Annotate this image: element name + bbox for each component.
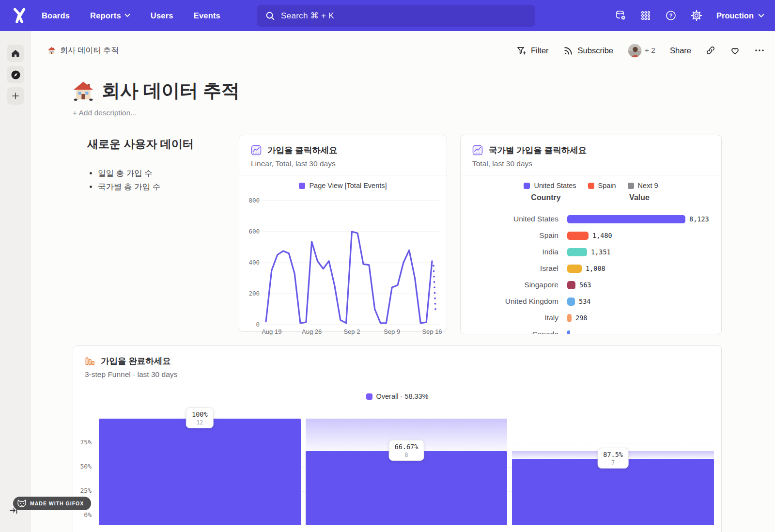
country-label: United Kingdom bbox=[465, 297, 558, 306]
chart-legend[interactable]: United StatesSpainNext 9 bbox=[461, 182, 721, 189]
svg-text:600: 600 bbox=[248, 228, 260, 235]
top-nav-items: Boards Reports Users Events bbox=[42, 11, 220, 20]
line-chart-icon bbox=[472, 145, 483, 156]
rss-icon bbox=[563, 46, 574, 56]
country-bar[interactable] bbox=[567, 232, 589, 240]
breadcrumb[interactable]: 회사 데이터 추적 bbox=[47, 46, 119, 56]
subscribe-button[interactable]: Subscribe bbox=[563, 46, 613, 56]
line-chart-card[interactable]: 가입을 클릭하세요 Linear, Total, last 30 days Pa… bbox=[239, 135, 447, 332]
country-bar-card[interactable]: 국가별 가입을 클릭하세요 Total, last 30 days United… bbox=[460, 135, 722, 334]
sidebar-discover-button[interactable] bbox=[7, 66, 24, 83]
settings-gear-icon[interactable] bbox=[691, 10, 702, 21]
search-placeholder: Search ⌘ + K bbox=[281, 11, 334, 21]
nav-item-events[interactable]: Events bbox=[194, 11, 220, 20]
nav-item-label: Users bbox=[151, 11, 173, 20]
svg-text:400: 400 bbox=[248, 259, 260, 266]
funnel-step[interactable]: 87.5%7 bbox=[512, 419, 714, 525]
toolbar-actions: Filter Subscribe + 2 Share bbox=[516, 44, 764, 58]
filter-icon bbox=[516, 46, 527, 56]
house-emoji-icon bbox=[47, 47, 56, 55]
table-headers: Country Value bbox=[461, 193, 721, 205]
search-input[interactable]: Search ⌘ + K bbox=[257, 5, 535, 27]
filter-label: Filter bbox=[531, 46, 549, 55]
funnel-count: 7 bbox=[603, 459, 623, 466]
country-row[interactable]: Israel1,008 bbox=[465, 260, 716, 277]
country-bar[interactable] bbox=[567, 281, 575, 289]
collaborators[interactable]: + 2 bbox=[628, 44, 655, 58]
country-row[interactable]: United Kingdom534 bbox=[465, 293, 716, 310]
copy-link-button[interactable] bbox=[706, 46, 715, 55]
heart-icon bbox=[730, 46, 740, 56]
page-title[interactable]: 회사 데이터 추적 bbox=[102, 78, 239, 103]
country-row[interactable]: India1,351 bbox=[465, 244, 716, 260]
funnel-bar[interactable] bbox=[99, 419, 301, 525]
funnel-badge: 66.67%8 bbox=[389, 440, 424, 461]
legend-item[interactable]: Next 9 bbox=[628, 182, 658, 189]
card-title: 가입을 클릭하세요 bbox=[267, 144, 338, 156]
country-row[interactable]: Singapore563 bbox=[465, 277, 716, 293]
help-icon[interactable]: ? bbox=[665, 10, 677, 21]
top-nav-right: ? Prouction bbox=[615, 0, 764, 31]
country-label: Canada bbox=[465, 330, 558, 334]
data-management-icon[interactable] bbox=[615, 10, 626, 21]
sidebar-home-button[interactable] bbox=[7, 45, 24, 62]
left-sidebar bbox=[0, 31, 31, 532]
country-row[interactable]: Canada bbox=[465, 326, 716, 334]
favorite-button[interactable] bbox=[730, 46, 740, 56]
country-bar[interactable] bbox=[567, 248, 587, 256]
project-name: Prouction bbox=[716, 11, 754, 20]
funnel-bar[interactable] bbox=[306, 451, 508, 525]
funnel-conversion-pct: 87.5% bbox=[603, 451, 623, 458]
text-card-heading: 새로운 사용자 데이터 bbox=[87, 137, 242, 152]
mixpanel-logo-icon[interactable] bbox=[10, 6, 29, 25]
country-bar[interactable] bbox=[567, 330, 570, 335]
svg-text:?: ? bbox=[669, 13, 672, 18]
more-options-button[interactable] bbox=[755, 49, 764, 52]
nav-item-reports[interactable]: Reports bbox=[90, 11, 130, 20]
main-content: 회사 데이터 추적 Filter Subscribe + 2 bbox=[31, 31, 775, 532]
funnel-badge: 87.5%7 bbox=[597, 448, 629, 469]
legend-label: Page View [Total Events] bbox=[309, 182, 387, 189]
apps-grid-icon[interactable] bbox=[640, 10, 651, 21]
project-switcher[interactable]: Prouction bbox=[716, 11, 764, 20]
funnel-step[interactable]: 100%12 bbox=[99, 419, 301, 525]
legend-swatch bbox=[588, 183, 594, 189]
search-icon bbox=[265, 11, 275, 20]
legend-label: Next 9 bbox=[638, 182, 658, 189]
app-window: Boards Reports Users Events Search ⌘ + K bbox=[0, 0, 775, 532]
funnel-step[interactable]: 66.67%8 bbox=[306, 419, 508, 525]
nav-item-boards[interactable]: Boards bbox=[42, 11, 70, 20]
card-header: 가입을 클릭하세요 bbox=[239, 135, 447, 156]
country-bar[interactable] bbox=[567, 314, 572, 322]
home-icon bbox=[11, 48, 20, 58]
house-emoji-icon bbox=[73, 80, 94, 102]
legend-item[interactable]: Spain bbox=[588, 182, 616, 189]
country-value: 534 bbox=[579, 297, 590, 305]
line-chart[interactable]: 0200400600800Aug 19Aug 26Sep 2Sep 9Sep 1… bbox=[239, 190, 448, 336]
legend-item[interactable]: United States bbox=[524, 182, 576, 189]
sidebar-add-button[interactable] bbox=[7, 87, 24, 105]
collaborator-count: + 2 bbox=[645, 46, 655, 55]
country-row[interactable]: Italy298 bbox=[465, 310, 716, 326]
country-bar[interactable] bbox=[567, 297, 575, 306]
filter-button[interactable]: Filter bbox=[516, 46, 549, 56]
country-row[interactable]: Spain1,480 bbox=[465, 227, 716, 244]
divider bbox=[239, 175, 447, 175]
country-bar[interactable] bbox=[567, 215, 685, 223]
country-row[interactable]: United States8,123 bbox=[465, 211, 716, 227]
compass-icon bbox=[11, 70, 21, 80]
chart-legend[interactable]: Page View [Total Events] bbox=[239, 182, 447, 189]
funnel-y-tick: 25% bbox=[73, 487, 92, 494]
country-bar[interactable] bbox=[567, 265, 582, 273]
card-header: 국가별 가입을 클릭하세요 bbox=[461, 135, 721, 156]
share-button[interactable]: Share bbox=[670, 46, 691, 55]
funnel-card[interactable]: 가입을 완료하세요 3-step Funnel · last 30 days O… bbox=[73, 345, 722, 532]
funnel-count: 12 bbox=[192, 419, 208, 426]
nav-item-users[interactable]: Users bbox=[151, 11, 173, 20]
add-description[interactable]: + Add description... bbox=[73, 109, 137, 117]
list-item: 국가별 총 가입 수 bbox=[98, 180, 242, 193]
gifox-label: MADE WITH GIFOX bbox=[30, 501, 84, 506]
funnel-bar[interactable] bbox=[512, 459, 714, 525]
page-title-row: 회사 데이터 추적 bbox=[73, 78, 239, 103]
legend-swatch bbox=[524, 183, 530, 189]
